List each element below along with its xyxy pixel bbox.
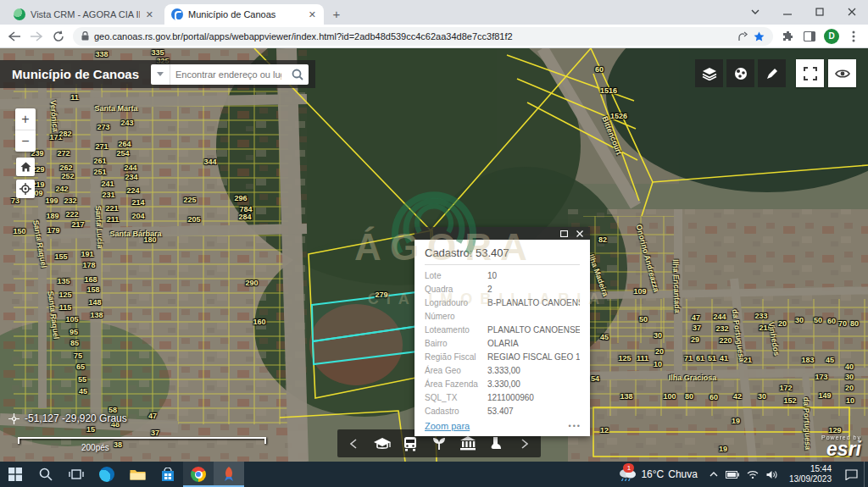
parcel-label: 233 [754,312,767,320]
popup-close-icon[interactable] [576,230,583,237]
task-view-icon[interactable] [61,462,92,487]
url-text[interactable]: geo.canoas.rs.gov.br/portal/apps/webappv… [94,31,732,42]
carousel-next-icon[interactable] [515,434,535,454]
parcel-label: 221 [105,204,118,213]
parcel-label: 54 [591,374,599,383]
parcel-label: 271 [95,142,108,151]
parcel-label: 65 [76,362,85,371]
popup-maximize-icon[interactable] [560,230,568,237]
search-icon[interactable] [287,64,309,85]
tab-close-icon[interactable]: ✕ [145,9,154,20]
search-source-caret-icon[interactable] [151,64,170,85]
zoom-out-button[interactable]: − [15,130,36,152]
wifi-icon[interactable] [747,470,759,479]
field-label: Área Geo [425,366,487,375]
pinned-app-icon[interactable] [214,462,244,487]
battery-icon[interactable] [726,471,739,479]
action-center-icon[interactable] [838,462,864,487]
basemap-gallery-button[interactable] [726,59,754,87]
my-location-button[interactable] [16,180,35,198]
start-button[interactable] [0,462,31,487]
weather-widget[interactable]: 1 16°C Chuva [611,462,704,487]
parcel-label: 179 [47,226,59,235]
search-input[interactable] [170,69,287,80]
parcel-label: 125 [618,354,631,362]
parcel-label: 199 [45,196,58,205]
graduation-cap-icon[interactable] [372,434,392,454]
boot-icon[interactable] [486,434,506,454]
layers-button[interactable] [695,59,723,87]
address-bar[interactable]: geo.canoas.rs.gov.br/portal/apps/webappv… [73,27,773,46]
bookmark-star-icon[interactable] [754,31,765,42]
parcel-label: 45 [826,356,834,364]
carousel-prev-icon[interactable] [343,434,364,454]
show-desktop-strip[interactable] [864,462,868,487]
profile-avatar[interactable]: D [824,29,839,44]
field-value: OLARIA [487,339,519,348]
parcel-label: 217 [71,220,84,229]
home-button[interactable] [16,158,35,176]
parcel-label: 264 [118,140,131,148]
parcel-label: 15 [86,425,95,434]
zoom-to-link[interactable]: Zoom para [425,421,470,431]
chrome-icon[interactable] [183,462,214,487]
parcel-label: 40 [845,362,854,371]
file-explorer-icon[interactable] [122,462,153,487]
search-box[interactable] [151,64,309,85]
parcel-label: 254 [116,149,129,158]
share-icon[interactable] [737,31,748,42]
parcel-label: 234 [125,173,137,181]
parcel-label: 244 [713,313,726,321]
taskbar-search-icon[interactable] [31,462,61,487]
back-icon[interactable] [7,29,22,44]
minimize-button[interactable] [771,0,804,24]
bank-icon[interactable] [458,434,478,454]
parcel-label: 279 [375,291,387,299]
tab-municipio-canoas[interactable]: Município de Canoas ✕ [164,4,324,25]
browser-toolbar: geo.canoas.rs.gov.br/portal/apps/webappv… [0,25,868,48]
new-tab-button[interactable]: + [329,7,344,22]
reload-icon[interactable] [51,29,66,44]
parcel-label: 30 [795,316,804,324]
plant-icon[interactable] [429,434,449,454]
parcel-label: 70 [838,319,847,328]
tab-search-icon[interactable] [739,0,771,24]
draw-pencil-button[interactable] [758,59,786,87]
parcel-label: 47 [692,313,700,322]
side-panel-icon[interactable] [802,29,817,44]
zoom-in-button[interactable]: + [15,108,36,130]
lock-icon [81,31,89,41]
menu-dots-icon[interactable] [846,29,861,44]
ms-store-icon[interactable] [153,462,183,487]
parcel-label: 55 [78,375,86,384]
tray-chevron-icon[interactable] [709,472,718,477]
maximize-button[interactable] [804,0,836,24]
extensions-icon[interactable] [780,29,795,44]
street-label: Santa Bárbara [109,230,161,238]
field-value: PLANALTO CANOENSE [487,325,580,335]
popup-more-icon[interactable]: ••• [569,422,581,430]
popup-field-row: Área Geo3.333,00 [425,363,580,377]
tab-close-icon[interactable]: ✕ [308,9,317,20]
parcel-label: 19 [732,417,740,425]
weather-temp: 16°C [641,468,664,480]
fullscreen-button[interactable] [796,59,824,87]
edge-icon[interactable] [92,462,122,487]
field-label: Logradouro [425,298,487,307]
popup-field-row: Cadastro53.407 [425,404,580,418]
parcel-label: 1516 [600,86,617,95]
parcel-label: 272 [57,149,70,158]
popup-field-row: Lote10 [425,268,580,282]
popup-titlebar [415,227,590,240]
map-canvas[interactable]: 3383353251117123922921920919973282272262… [0,48,868,462]
street-label: Santa Marta [94,104,137,113]
bus-icon[interactable] [400,434,420,454]
taskbar-clock[interactable]: 15:44 13/09/2023 [782,464,838,484]
parcel-label: 296 [234,194,247,202]
volume-icon[interactable] [766,470,777,479]
popup-field-row: Área Fazenda3.330,00 [425,377,580,390]
forward-icon[interactable] [29,29,44,44]
tab-vista-crm[interactable]: Vista CRM - AGORA CIA IMOBILI ✕ [7,4,161,25]
visibility-eye-button[interactable] [828,59,856,87]
close-window-button[interactable] [836,0,868,24]
